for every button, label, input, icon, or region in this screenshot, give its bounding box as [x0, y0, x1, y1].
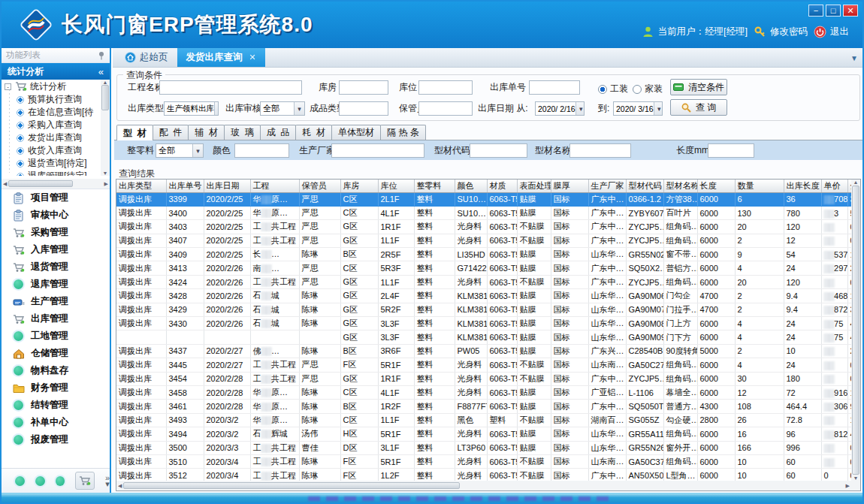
minimize-button[interactable]: − — [808, 5, 823, 17]
table-row[interactable]: 调拨出库34942020/3/2石▒▒辉城汤伟H区5R1F整料光身料6063-T… — [116, 427, 851, 441]
length-input[interactable] — [708, 143, 754, 158]
sidebar-item-工地管理[interactable]: 工地管理 — [2, 327, 110, 345]
section-header-statistics[interactable]: 统计分析 — [2, 63, 110, 80]
table-row[interactable]: 调拨出库34932020/3/2华▒▒原…陈琳C区1L1F整料黑色塑料不贴膜国标… — [116, 413, 851, 427]
sidebar-item-退货管理[interactable]: 退货管理 — [2, 258, 110, 276]
tree-item-3[interactable]: 采购入库查询 — [2, 119, 101, 131]
table-row[interactable]: 调拨出库34002020/2/25华▒▒原…严思C区4L1F整料SU10…606… — [116, 206, 851, 219]
column-header-材质[interactable]: 材质 — [487, 180, 517, 192]
sidebar-item-出库管理[interactable]: 出库管理 — [2, 310, 110, 327]
profile-code-input[interactable] — [470, 143, 527, 158]
sidebar-item-审核中心[interactable]: 审核中心 — [2, 207, 110, 224]
sidebar-item-结转管理[interactable]: 结转管理 — [2, 397, 110, 414]
radio-work-install[interactable]: 工装 — [598, 83, 628, 95]
sidebar-item-采购管理[interactable]: 采购管理 — [2, 224, 110, 241]
module-dot-button[interactable] — [56, 476, 65, 486]
table-row[interactable]: 调拨出库35102020/3/4工▒▒共工程陈琳F区5R1F整料光身料6063-… — [116, 454, 851, 468]
location-input[interactable] — [418, 80, 473, 95]
sidebar-item-仓储管理[interactable]: 仓储管理 — [2, 345, 110, 362]
project-name-input[interactable] — [159, 80, 302, 95]
tree-item-4[interactable]: 发货出库查询 — [2, 131, 101, 144]
whole-part-select[interactable]: 全部 — [156, 143, 204, 158]
maximize-button[interactable]: □ — [826, 5, 841, 17]
grid-horizontal-scrollbar[interactable]: ◀▶ — [116, 481, 851, 490]
logout-button[interactable]: 退出 — [814, 26, 849, 38]
column-header-型材名称[interactable]: 型材名称 — [663, 180, 697, 192]
keeper-input[interactable] — [418, 101, 473, 116]
material-tab-1[interactable]: 型 材 — [116, 125, 153, 140]
material-tab-4[interactable]: 玻 璃 — [224, 125, 261, 140]
tab-home[interactable]: 起始页 — [116, 48, 177, 67]
table-row[interactable]: 调拨出库34072020/2/25工▒▒共工程严思G区1L1F整料光身料6063… — [116, 234, 851, 247]
tab-close-icon[interactable]: ✕ — [249, 53, 256, 62]
column-header-颜色[interactable]: 颜色 — [455, 180, 487, 192]
tree-item-6[interactable]: 退货查询[待定] — [2, 157, 101, 170]
tree-item-5[interactable]: 收货入库查询 — [2, 144, 101, 157]
grid-vertical-scrollbar[interactable]: ▲▼ — [851, 180, 860, 481]
module-dot-button[interactable] — [15, 476, 25, 486]
table-row[interactable]: 调拨出库34242020/2/26工▒▒共工程严思G区1L1F整料光身料6063… — [116, 275, 851, 288]
order-no-input[interactable] — [529, 80, 580, 95]
statistics-module-button[interactable] — [75, 472, 95, 490]
table-row[interactable]: 调拨出库34542020/2/28工▒▒共工程严思G区1R1F整料光身料6063… — [116, 372, 851, 385]
table-row[interactable]: 调拨出库34032020/2/25工▒▒共工程严思G区1R1F整料光身料6063… — [116, 220, 851, 234]
sidebar-item-项目管理[interactable]: 项目管理 — [2, 189, 110, 207]
table-row[interactable]: 调拨出库34292020/2/26石▒▒城陈琳G区5R2F整料KLM381760… — [116, 303, 851, 316]
warehouse-input[interactable] — [339, 80, 388, 95]
column-header-库位[interactable]: 库位 — [378, 180, 414, 192]
audit-select[interactable]: 全部 — [260, 101, 305, 116]
module-dot-button[interactable] — [35, 476, 45, 486]
pin-icon[interactable] — [98, 51, 105, 60]
table-row[interactable]: 调拨出库34132020/2/26南▒▒…严思C区5R3F整料G71422606… — [116, 261, 851, 275]
column-header-出库日期[interactable]: 出库日期 — [204, 180, 250, 192]
table-row[interactable]: 调拨出库34302020/2/26石▒▒城陈琳G区3L3F整料KLM381760… — [116, 317, 851, 330]
table-row[interactable]: 调拨出库34282020/2/26石▒▒城陈琳G区2L4F整料KLM381760… — [116, 289, 851, 303]
sidebar-item-生产管理[interactable]: 生产管理 — [2, 293, 110, 310]
date-to-select[interactable]: 2020/ 3/16 — [613, 101, 663, 116]
tree-collapse-icon[interactable]: - — [5, 83, 11, 90]
column-header-出库长度[interactable]: 出库长度 — [784, 180, 821, 192]
column-header-膜厚[interactable]: 膜厚 — [551, 180, 588, 192]
profile-name-input[interactable] — [569, 143, 631, 158]
table-row[interactable]: G区3L3F整料KLM38176063-T5贴膜国标山东华…GA90M09.门下… — [116, 330, 851, 344]
product-type-input[interactable] — [339, 101, 388, 116]
sidebar-item-报废管理[interactable]: 报废管理 — [2, 431, 110, 448]
tree-vertical-scrollbar[interactable]: ▲▼ — [101, 80, 110, 176]
column-header-出库单号[interactable]: 出库单号 — [166, 180, 204, 192]
column-header-长度[interactable]: 长度 — [697, 180, 735, 192]
search-button[interactable]: 查 询 — [670, 99, 727, 116]
column-header-表面处理[interactable]: 表面处理 — [517, 180, 551, 192]
tree-item-1[interactable]: 预算执行查询 — [2, 93, 101, 106]
sidebar-item-财务管理[interactable]: 财务管理 — [2, 379, 110, 397]
tree-root-statistics[interactable]: - 统计分析 — [2, 80, 101, 93]
table-row[interactable]: 调拨出库34452020/2/27工▒▒共工程严思F区5R1F整料光身料6063… — [116, 358, 851, 372]
table-row[interactable]: 调拨出库34092020/2/25长▒▒…陈琳B区2R5F整料LI35HD606… — [116, 248, 851, 261]
sidebar-item-入库管理[interactable]: 入库管理 — [2, 241, 110, 258]
column-header-单价[interactable]: 单价 — [821, 180, 847, 192]
column-header-工程[interactable]: 工程 — [250, 180, 299, 192]
column-header-整零料[interactable]: 整零料 — [414, 180, 455, 192]
table-row[interactable]: 调拨出库35002020/3/3工▒▒共工程曹佳D区3L1F整料LT3P6060… — [116, 441, 851, 454]
manufacturer-input[interactable] — [331, 143, 424, 158]
sidebar-item-补单中心[interactable]: 补单中心 — [2, 414, 110, 431]
table-row[interactable]: 调拨出库34612020/2/28华▒▒原…陈琳B区1R2F整料F8877FT6… — [116, 400, 851, 413]
column-header-出库类型[interactable]: 出库类型 — [116, 180, 166, 192]
material-tab-5[interactable]: 成 品 — [260, 125, 297, 140]
color-input[interactable] — [234, 143, 289, 158]
material-tab-7[interactable]: 单体型材 — [331, 125, 381, 140]
table-row[interactable]: 调拨出库35122020/3/4工▒▒共工程陈琳F区1L2F整料光身料6063-… — [116, 469, 851, 481]
tree-item-7[interactable]: 退库管理[待定] — [2, 170, 101, 176]
material-tab-6[interactable]: 耗 材 — [295, 125, 332, 140]
column-header-库房[interactable]: 库房 — [340, 180, 378, 192]
radio-home-install[interactable]: 家装 — [633, 83, 663, 95]
date-from-select[interactable]: 2020/ 2/16 — [535, 101, 585, 116]
column-header-型材代码[interactable]: 型材代码 — [626, 180, 663, 192]
close-button[interactable]: ✕ — [843, 5, 858, 17]
change-password-button[interactable]: 修改密码 — [754, 26, 808, 38]
column-header-数量[interactable]: 数量 — [735, 180, 784, 192]
tree-horizontal-scrollbar[interactable]: ◀▶ — [2, 179, 110, 189]
tree-item-2[interactable]: 在途信息查询[待 — [2, 106, 101, 119]
column-header-生产厂家[interactable]: 生产厂家 — [588, 180, 626, 192]
tab-shipment-outbound-query[interactable]: 发货出库查询 ✕ — [177, 48, 265, 67]
clear-conditions-button[interactable]: 清空条件 — [670, 79, 727, 95]
